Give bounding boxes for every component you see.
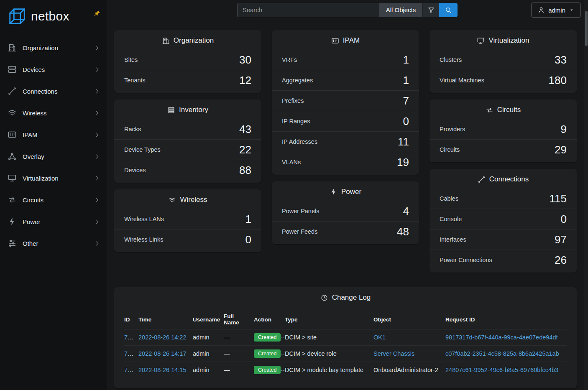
- stat-value: 7: [403, 94, 409, 107]
- chevron-right-icon: [94, 240, 101, 247]
- changelog-id-link[interactable]: 754: [124, 350, 134, 357]
- col-header-object: Object: [373, 310, 445, 329]
- stat-row-ip-addresses[interactable]: IP Addresses 11: [272, 131, 419, 152]
- sidebar-item-label: Power: [23, 218, 41, 225]
- chevron-right-icon: [94, 88, 101, 95]
- sidebar-item-connections[interactable]: Connections: [0, 80, 107, 102]
- changelog-type: DCIM > device role: [285, 350, 337, 357]
- stat-value: 4: [403, 205, 409, 217]
- card-title: IPAM: [272, 30, 419, 49]
- changelog-card: Change Log ID Time Username Full Name Ac…: [114, 287, 577, 388]
- card-title: Power: [272, 181, 419, 201]
- changelog-id-link[interactable]: 755: [124, 334, 134, 341]
- changelog-username: admin: [193, 350, 210, 357]
- card-title: Circuits: [429, 99, 577, 119]
- stat-row-aggregates[interactable]: Aggregates 1: [272, 70, 419, 90]
- col-header-request-id: Request ID: [445, 310, 567, 329]
- stat-row-sites[interactable]: Sites 30: [114, 49, 261, 70]
- changelog-object-link[interactable]: OK1: [373, 334, 386, 341]
- stat-row-console[interactable]: Console 0: [429, 209, 577, 229]
- changelog-time-link[interactable]: 2022-08-26 14:15: [138, 367, 187, 373]
- sidebar-item-devices[interactable]: Devices: [0, 59, 107, 80]
- stat-value: 11: [398, 135, 409, 148]
- sidebar-item-label: Devices: [23, 66, 45, 73]
- sidebar-item-ipam[interactable]: IPAM: [0, 124, 107, 145]
- user-menu-button[interactable]: admin: [531, 3, 581, 18]
- stat-row-wireless-links[interactable]: Wireless Links 0: [114, 229, 261, 250]
- changelog-request-id-link[interactable]: 9817317d-b67f-440a-99ca-4ae07ede94df: [445, 334, 557, 341]
- organization-card: Organization Sites 30 Tenants 12: [114, 30, 261, 93]
- stat-row-power-feeds[interactable]: Power Feeds 48: [272, 221, 419, 242]
- stat-row-vlans[interactable]: VLANs 19: [272, 152, 419, 172]
- stat-row-power-connections[interactable]: Power Connections 26: [429, 250, 577, 270]
- col-header-time: Time: [138, 310, 193, 329]
- sidebar-item-organization[interactable]: Organization: [0, 37, 107, 59]
- sidebar-item-wireless[interactable]: Wireless: [0, 102, 107, 124]
- sidebar-item-circuits[interactable]: Circuits: [0, 189, 107, 211]
- stat-label: Wireless Links: [124, 236, 163, 243]
- stat-label: Circuits: [440, 146, 460, 153]
- scrollbar[interactable]: [584, 0, 588, 390]
- virtualization-card: Virtualization Clusters 33 Virtual Machi…: [429, 30, 577, 93]
- stat-row-circuits[interactable]: Circuits 29: [429, 139, 577, 160]
- stat-row-tenants[interactable]: Tenants 12: [114, 70, 261, 90]
- stat-value: 180: [549, 74, 567, 87]
- card-title-text: Inventory: [179, 106, 208, 114]
- sidebar-item-virtualization[interactable]: Virtualization: [0, 167, 107, 189]
- chevron-right-icon: [94, 110, 101, 117]
- connections-card: Connections Cables 115 Console 0 Interfa…: [429, 169, 577, 273]
- stat-row-providers[interactable]: Providers 9: [429, 119, 577, 139]
- changelog-id-link[interactable]: 753: [124, 367, 134, 373]
- changelog-request-id-link[interactable]: c07f0ab2-2351-4c58-825a-8b6a2425a1ab: [445, 350, 559, 357]
- stat-row-vrfs[interactable]: VRFs 1: [272, 49, 419, 70]
- cable-icon: [478, 176, 486, 184]
- stat-row-prefixes[interactable]: Prefixes 7: [272, 90, 419, 111]
- card-title: Virtualization: [429, 30, 577, 49]
- stat-row-clusters[interactable]: Clusters 33: [429, 49, 577, 70]
- stat-value: 9: [561, 123, 567, 135]
- brand[interactable]: netbox: [0, 0, 107, 32]
- stat-row-device-types[interactable]: Device Types 22: [114, 139, 261, 160]
- search-group: All Objects: [237, 3, 458, 17]
- sidebar-item-overlay[interactable]: Overlay: [0, 145, 107, 167]
- changelog-object-link[interactable]: Server Chassis: [373, 350, 414, 357]
- person-icon: [537, 6, 545, 14]
- stat-row-ip-ranges[interactable]: IP Ranges 0: [272, 111, 419, 131]
- filter-button[interactable]: [422, 3, 439, 17]
- stat-row-power-panels[interactable]: Power Panels 4: [272, 201, 419, 221]
- col-header-action: Action: [254, 310, 285, 329]
- stat-row-devices[interactable]: Devices 88: [114, 160, 261, 180]
- search-icon: [445, 6, 452, 14]
- stat-value: 33: [555, 54, 567, 66]
- stat-label: Providers: [440, 126, 465, 133]
- object-type-button[interactable]: All Objects: [379, 3, 423, 17]
- stat-row-virtual-machines[interactable]: Virtual Machines 180: [429, 70, 577, 90]
- changelog-time-link[interactable]: 2022-08-26 14:17: [138, 350, 187, 357]
- search-button[interactable]: [439, 3, 458, 17]
- stat-row-racks[interactable]: Racks 43: [114, 119, 261, 139]
- sidebar-item-power[interactable]: Power: [0, 211, 107, 232]
- monitor-icon: [477, 37, 485, 45]
- stat-row-interfaces[interactable]: Interfaces 97: [429, 229, 577, 250]
- sidebar-item-other[interactable]: Other: [0, 232, 107, 254]
- stat-value: 22: [239, 143, 251, 156]
- card-title: Change Log: [114, 287, 577, 306]
- stat-row-cables[interactable]: Cables 115: [429, 188, 577, 209]
- stat-row-wireless-lans[interactable]: Wireless LANs 1: [114, 209, 261, 229]
- changelog-time-link[interactable]: 2022-08-26 14:22: [138, 334, 187, 341]
- pin-sidebar-icon[interactable]: [93, 10, 101, 17]
- stat-label: IP Ranges: [282, 118, 310, 125]
- search-input[interactable]: [237, 3, 379, 17]
- stat-value: 1: [403, 54, 409, 66]
- changelog-type: DCIM > site: [285, 334, 317, 341]
- card-title-text: Connections: [489, 175, 529, 184]
- changelog-full-name: —: [224, 334, 230, 341]
- stat-label: Aggregates: [282, 77, 313, 84]
- stat-label: Tenants: [124, 77, 146, 84]
- changelog-request-id-link[interactable]: 24807c61-9952-49c6-b8a5-69760bfcc4b3: [445, 367, 558, 373]
- power-card: Power Power Panels 4 Power Feeds 48: [272, 181, 419, 244]
- sidebar-item-label: Other: [23, 240, 38, 247]
- scrollbar-thumb[interactable]: [585, 11, 588, 46]
- changelog-header-row: ID Time Username Full Name Action Type O…: [124, 310, 567, 329]
- sliders-icon: [8, 239, 17, 248]
